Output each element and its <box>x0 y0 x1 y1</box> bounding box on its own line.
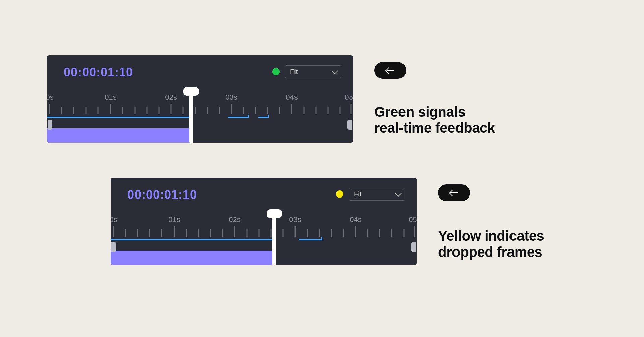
ruler-label: 01s <box>168 215 180 224</box>
ruler-label: 02s <box>229 215 240 224</box>
ruler-label: 01s <box>105 93 116 102</box>
ruler-tick-minor <box>161 229 162 237</box>
ruler-tick-minor <box>379 229 380 237</box>
clip-region[interactable] <box>111 251 273 265</box>
buffer-bar-segment <box>228 117 248 118</box>
chevron-down-icon <box>395 190 402 197</box>
buffer-notch <box>268 115 269 118</box>
chevron-down-icon <box>331 68 338 74</box>
callout-arrow-pill <box>438 184 470 201</box>
playback-status-indicator-green <box>272 68 280 75</box>
playback-status-indicator-yellow <box>336 190 343 198</box>
ruler-tick-minor <box>279 107 280 114</box>
ruler-tick-minor <box>98 107 99 114</box>
ruler-tick-minor <box>328 107 329 114</box>
ruler-tick-minor <box>137 229 138 237</box>
ruler-tick-minor <box>319 229 320 237</box>
ruler-label: 03s <box>289 215 301 224</box>
clip-region[interactable] <box>47 128 190 143</box>
ruler-label: 04s <box>350 215 361 224</box>
buffer-notch <box>321 237 322 240</box>
callout-arrow-pill <box>374 62 406 79</box>
arrow-left-icon <box>450 192 458 193</box>
ruler-tick-minor <box>135 107 136 114</box>
ruler-tick-minor <box>61 107 62 114</box>
work-area-handle-left[interactable] <box>48 120 52 130</box>
ruler-tick-minor <box>307 229 308 237</box>
ruler-tick-minor <box>391 229 392 237</box>
timeline-panel-green: 00:00:01:10 Fit 0s01s02s03s04s05s <box>47 55 353 143</box>
ruler-tick-minor <box>404 229 405 237</box>
ruler-label: 02s <box>165 93 177 102</box>
zoom-level-label: Fit <box>354 190 361 198</box>
ruler-tick-minor <box>73 107 74 114</box>
ruler-tick-minor <box>159 107 160 114</box>
ruler-tick-major <box>291 104 292 114</box>
ruler-tick-major <box>171 104 172 114</box>
ruler-tick-major <box>414 226 415 237</box>
ruler-tick-minor <box>222 229 223 237</box>
buffer-bar-solid <box>47 117 191 118</box>
playhead[interactable] <box>272 211 276 265</box>
ruler-tick-minor <box>198 229 199 237</box>
ruler-tick-major <box>113 226 114 237</box>
ruler-tick-minor <box>122 107 123 114</box>
buffer-bar-segment <box>258 117 268 118</box>
ruler-tick-minor <box>267 107 268 114</box>
ruler-tick-minor <box>367 229 368 237</box>
ruler-tick-major <box>234 226 235 237</box>
ruler-tick-minor <box>247 229 248 237</box>
ruler-tick-minor <box>86 107 87 114</box>
ruler-tick-minor <box>259 229 260 237</box>
ruler-tick-minor <box>147 107 148 114</box>
ruler-tick-minor <box>183 107 184 114</box>
zoom-level-select[interactable]: Fit <box>285 65 341 78</box>
ruler-label: 03s <box>225 93 237 102</box>
buffer-notch <box>248 115 249 118</box>
ruler-tick-major <box>49 104 50 114</box>
ruler-label: 04s <box>286 93 298 102</box>
zoom-level-select[interactable]: Fit <box>349 188 405 201</box>
ruler-tick-minor <box>343 229 344 237</box>
playhead[interactable] <box>189 89 193 143</box>
buffer-bar-solid <box>111 239 275 240</box>
ruler-tick-major <box>351 104 352 114</box>
ruler-tick-minor <box>255 107 256 114</box>
ruler-tick-minor <box>210 229 211 237</box>
ruler-tick-major <box>231 104 232 114</box>
ruler-tick-minor <box>219 107 220 114</box>
ruler-tick-major <box>355 226 356 237</box>
timecode-display: 00:00:01:10 <box>64 65 133 79</box>
ruler-tick-major <box>110 104 111 114</box>
caption-yellow: Yellow indicates dropped frames <box>438 228 544 261</box>
ruler-tick-minor <box>283 229 284 237</box>
ruler-tick-minor <box>316 107 317 114</box>
buffer-bar-segment <box>299 239 322 240</box>
ruler-tick-major <box>295 226 296 237</box>
arrow-left-icon <box>387 70 394 71</box>
ruler-tick-minor <box>195 107 196 114</box>
work-area-handle-right[interactable] <box>347 120 352 130</box>
ruler-label: 0s <box>47 93 54 102</box>
ruler-tick-minor <box>243 107 244 114</box>
ruler-tick-minor <box>125 229 126 237</box>
timeline-panel-yellow: 00:00:01:10 Fit 0s01s02s03s04s05s <box>111 178 417 265</box>
work-area-handle-right[interactable] <box>411 242 416 252</box>
ruler-tick-minor <box>304 107 305 114</box>
ruler-tick-minor <box>207 107 208 114</box>
ruler-label: 05s <box>345 93 353 102</box>
ruler-tick-minor <box>149 229 150 237</box>
ruler-tick-major <box>174 226 175 237</box>
ruler-tick-minor <box>340 107 341 114</box>
time-ruler[interactable]: 0s01s02s03s04s05s <box>111 215 417 239</box>
timecode-display: 00:00:01:10 <box>127 188 197 202</box>
ruler-tick-minor <box>186 229 187 237</box>
ruler-tick-minor <box>271 229 272 237</box>
ruler-label: 05s <box>409 215 417 224</box>
work-area-handle-left[interactable] <box>111 242 116 252</box>
ruler-label: 0s <box>111 215 117 224</box>
time-ruler[interactable]: 0s01s02s03s04s05s <box>47 93 353 116</box>
ruler-tick-minor <box>331 229 332 237</box>
zoom-level-label: Fit <box>290 68 298 76</box>
caption-green: Green signals real-time feedback <box>374 104 495 136</box>
